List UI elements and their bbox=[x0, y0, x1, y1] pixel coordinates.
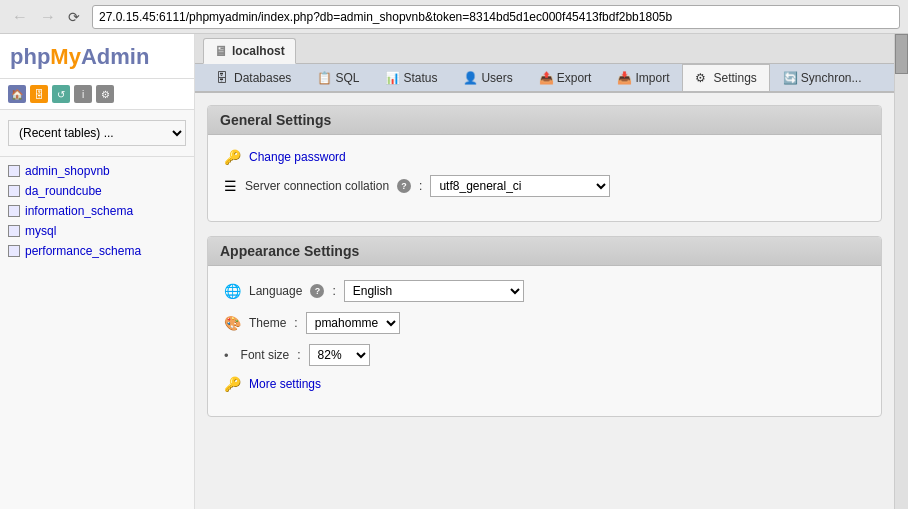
db-name: information_schema bbox=[25, 204, 133, 218]
general-settings-title: General Settings bbox=[220, 112, 331, 128]
collation-row: ☰ Server connection collation ? : utf8_g… bbox=[224, 175, 865, 197]
tab-synchron[interactable]: 🔄 Synchron... bbox=[770, 64, 875, 91]
language-colon: : bbox=[332, 284, 335, 298]
change-password-row: 🔑 Change password bbox=[224, 149, 865, 165]
recent-tables-wrapper: (Recent tables) ... bbox=[0, 110, 194, 157]
export-icon: 📤 bbox=[539, 71, 553, 85]
server-tab[interactable]: 🖥 localhost bbox=[203, 38, 296, 64]
db-icon bbox=[8, 225, 20, 237]
nav-buttons: ← → ⟳ bbox=[8, 5, 84, 29]
key-icon: 🔑 bbox=[224, 149, 241, 165]
logo-my: My bbox=[50, 44, 81, 69]
db-item-admin-shopvnb[interactable]: admin_shopvnb bbox=[0, 161, 194, 181]
database-list: admin_shopvnb da_roundcube information_s… bbox=[0, 157, 194, 265]
db-item-da-roundcube[interactable]: da_roundcube bbox=[0, 181, 194, 201]
settings-tab-icon: ⚙ bbox=[695, 71, 709, 85]
language-help-icon[interactable]: ? bbox=[310, 284, 324, 298]
logo: phpMyAdmin bbox=[10, 44, 149, 69]
more-settings-link[interactable]: More settings bbox=[249, 377, 321, 391]
tab-export[interactable]: 📤 Export bbox=[526, 64, 605, 91]
appearance-settings-header: Appearance Settings bbox=[208, 237, 881, 266]
more-settings-row: 🔑 More settings bbox=[224, 376, 865, 392]
address-bar[interactable] bbox=[92, 5, 900, 29]
language-icon: 🌐 bbox=[224, 283, 241, 299]
language-row: 🌐 Language ? : English Vietnamese French… bbox=[224, 280, 865, 302]
db-icon bbox=[8, 165, 20, 177]
language-select[interactable]: English Vietnamese French German bbox=[344, 280, 524, 302]
forward-button[interactable]: → bbox=[36, 5, 60, 29]
theme-select[interactable]: pmahomme original metro bbox=[306, 312, 400, 334]
tab-databases-label: Databases bbox=[234, 71, 291, 85]
db-icon bbox=[8, 245, 20, 257]
tab-users[interactable]: 👤 Users bbox=[450, 64, 525, 91]
tab-import[interactable]: 📥 Import bbox=[604, 64, 682, 91]
recent-tables-select[interactable]: (Recent tables) ... bbox=[8, 120, 186, 146]
databases-icon: 🗄 bbox=[216, 71, 230, 85]
tab-import-label: Import bbox=[635, 71, 669, 85]
refresh-icon[interactable]: ↺ bbox=[52, 85, 70, 103]
font-size-row: • Font size : 82% 100% 120% bbox=[224, 344, 865, 366]
tab-databases[interactable]: 🗄 Databases bbox=[203, 64, 304, 91]
logo-area: phpMyAdmin bbox=[0, 34, 194, 79]
font-size-colon: : bbox=[297, 348, 300, 362]
theme-label: Theme bbox=[249, 316, 286, 330]
font-size-label: Font size bbox=[241, 348, 290, 362]
logo-admin: Admin bbox=[81, 44, 149, 69]
db-name: mysql bbox=[25, 224, 56, 238]
db-icon bbox=[8, 205, 20, 217]
change-password-link[interactable]: Change password bbox=[249, 150, 346, 164]
collation-select[interactable]: utf8_general_ci bbox=[430, 175, 610, 197]
appearance-settings-panel: Appearance Settings 🌐 Language ? : Engli… bbox=[207, 236, 882, 417]
status-icon: 📊 bbox=[385, 71, 399, 85]
general-settings-panel: General Settings 🔑 Change password ☰ Ser… bbox=[207, 105, 882, 222]
back-button[interactable]: ← bbox=[8, 5, 32, 29]
tab-sql-label: SQL bbox=[335, 71, 359, 85]
database-icon[interactable]: 🗄 bbox=[30, 85, 48, 103]
server-tab-label: localhost bbox=[232, 44, 285, 58]
appearance-settings-title: Appearance Settings bbox=[220, 243, 359, 259]
appearance-settings-body: 🌐 Language ? : English Vietnamese French… bbox=[208, 266, 881, 416]
db-name: da_roundcube bbox=[25, 184, 102, 198]
collation-label: Server connection collation bbox=[245, 179, 389, 193]
logo-php: php bbox=[10, 44, 50, 69]
reload-button[interactable]: ⟳ bbox=[64, 7, 84, 27]
import-icon: 📥 bbox=[617, 71, 631, 85]
tab-sql[interactable]: 📋 SQL bbox=[304, 64, 372, 91]
tab-status[interactable]: 📊 Status bbox=[372, 64, 450, 91]
app-container: phpMyAdmin 🏠 🗄 ↺ i ⚙ (Recent tables) ...… bbox=[0, 34, 908, 509]
db-name: admin_shopvnb bbox=[25, 164, 110, 178]
browser-bar: ← → ⟳ bbox=[0, 0, 908, 34]
theme-colon: : bbox=[294, 316, 297, 330]
db-item-performance-schema[interactable]: performance_schema bbox=[0, 241, 194, 261]
scrollbar-thumb[interactable] bbox=[895, 34, 908, 74]
sql-icon: 📋 bbox=[317, 71, 331, 85]
home-icon[interactable]: 🏠 bbox=[8, 85, 26, 103]
theme-row: 🎨 Theme : pmahomme original metro bbox=[224, 312, 865, 334]
theme-icon: 🎨 bbox=[224, 315, 241, 331]
collation-help-icon[interactable]: ? bbox=[397, 179, 411, 193]
font-size-select[interactable]: 82% 100% 120% bbox=[309, 344, 370, 366]
main-content: 🖥 localhost 🗄 Databases 📋 SQL 📊 Status 👤… bbox=[195, 34, 894, 509]
general-settings-body: 🔑 Change password ☰ Server connection co… bbox=[208, 135, 881, 221]
db-name: performance_schema bbox=[25, 244, 141, 258]
tab-synchron-label: Synchron... bbox=[801, 71, 862, 85]
tab-status-label: Status bbox=[403, 71, 437, 85]
sidebar-icons: 🏠 🗄 ↺ i ⚙ bbox=[0, 79, 194, 110]
page-body: General Settings 🔑 Change password ☰ Ser… bbox=[195, 93, 894, 509]
nav-tabs: 🗄 Databases 📋 SQL 📊 Status 👤 Users 📤 Exp… bbox=[195, 64, 894, 93]
server-tab-bar: 🖥 localhost bbox=[195, 34, 894, 64]
db-icon bbox=[8, 185, 20, 197]
tab-users-label: Users bbox=[481, 71, 512, 85]
tab-export-label: Export bbox=[557, 71, 592, 85]
bullet-dot: • bbox=[224, 348, 229, 363]
tab-settings[interactable]: ⚙ Settings bbox=[682, 64, 769, 91]
language-label: Language bbox=[249, 284, 302, 298]
right-scrollbar[interactable] bbox=[894, 34, 908, 509]
tab-settings-label: Settings bbox=[713, 71, 756, 85]
info-icon[interactable]: i bbox=[74, 85, 92, 103]
db-item-mysql[interactable]: mysql bbox=[0, 221, 194, 241]
db-item-information-schema[interactable]: information_schema bbox=[0, 201, 194, 221]
settings-icon[interactable]: ⚙ bbox=[96, 85, 114, 103]
server-icon: 🖥 bbox=[214, 43, 228, 59]
collation-colon: : bbox=[419, 179, 422, 193]
